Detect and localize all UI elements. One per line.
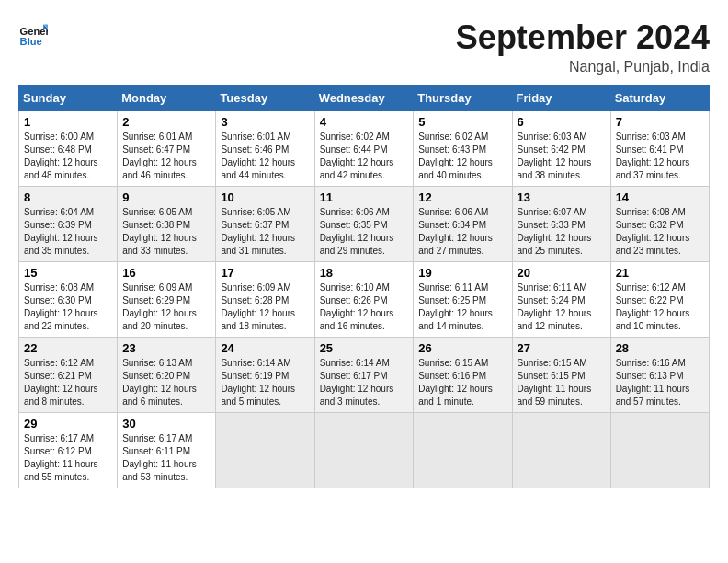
day-info: Sunrise: 6:12 AMSunset: 6:21 PMDaylight:… [24,357,112,408]
table-row: 25Sunrise: 6:14 AMSunset: 6:17 PMDayligh… [314,338,414,413]
table-row: 2Sunrise: 6:01 AMSunset: 6:47 PMDaylight… [118,111,216,187]
day-number: 20 [518,266,606,280]
table-row: 8Sunrise: 6:04 AMSunset: 6:39 PMDaylight… [19,187,118,262]
table-row: 30Sunrise: 6:17 AMSunset: 6:11 PMDayligh… [118,413,216,488]
day-number: 25 [320,341,409,355]
table-row: 26Sunrise: 6:15 AMSunset: 6:16 PMDayligh… [414,338,512,413]
table-row: 6Sunrise: 6:03 AMSunset: 6:42 PMDaylight… [512,111,610,187]
col-monday: Monday [118,86,216,111]
table-row: 28Sunrise: 6:16 AMSunset: 6:13 PMDayligh… [610,338,709,413]
day-number: 19 [418,266,506,280]
day-info: Sunrise: 6:11 AMSunset: 6:25 PMDaylight:… [418,282,506,333]
day-info: Sunrise: 6:06 AMSunset: 6:35 PMDaylight:… [320,206,409,258]
table-row: 11Sunrise: 6:06 AMSunset: 6:35 PMDayligh… [314,187,414,262]
calendar-row: 8Sunrise: 6:04 AMSunset: 6:39 PMDaylight… [19,187,710,262]
header-row: Sunday Monday Tuesday Wednesday Thursday… [19,86,710,111]
day-number: 17 [221,266,309,280]
day-info: Sunrise: 6:01 AMSunset: 6:46 PMDaylight:… [221,131,309,182]
table-row: 9Sunrise: 6:05 AMSunset: 6:38 PMDaylight… [118,187,216,262]
day-info: Sunrise: 6:15 AMSunset: 6:15 PMDaylight:… [518,357,606,408]
day-info: Sunrise: 6:08 AMSunset: 6:32 PMDaylight:… [616,206,704,258]
col-friday: Friday [512,86,610,111]
table-row: 12Sunrise: 6:06 AMSunset: 6:34 PMDayligh… [414,187,512,262]
table-row: 1Sunrise: 6:00 AMSunset: 6:48 PMDaylight… [19,111,118,187]
day-info: Sunrise: 6:00 AMSunset: 6:48 PMDaylight:… [24,131,112,182]
table-row: 10Sunrise: 6:05 AMSunset: 6:37 PMDayligh… [216,187,314,262]
table-row: 18Sunrise: 6:10 AMSunset: 6:26 PMDayligh… [314,262,414,338]
day-number: 24 [221,341,309,355]
day-info: Sunrise: 6:06 AMSunset: 6:34 PMDaylight:… [418,206,506,258]
day-number: 2 [122,115,210,129]
day-info: Sunrise: 6:08 AMSunset: 6:30 PMDaylight:… [24,282,112,333]
table-row: 27Sunrise: 6:15 AMSunset: 6:15 PMDayligh… [512,338,610,413]
calendar-table: Sunday Monday Tuesday Wednesday Thursday… [18,85,710,488]
col-saturday: Saturday [610,86,709,111]
day-info: Sunrise: 6:03 AMSunset: 6:41 PMDaylight:… [616,131,704,182]
table-row: 22Sunrise: 6:12 AMSunset: 6:21 PMDayligh… [19,338,118,413]
day-info: Sunrise: 6:05 AMSunset: 6:37 PMDaylight:… [221,206,309,258]
day-number: 8 [24,190,112,204]
day-number: 21 [616,266,704,280]
calendar-row: 22Sunrise: 6:12 AMSunset: 6:21 PMDayligh… [19,338,710,413]
table-row: 20Sunrise: 6:11 AMSunset: 6:24 PMDayligh… [512,262,610,338]
day-number: 29 [24,417,112,431]
day-info: Sunrise: 6:03 AMSunset: 6:42 PMDaylight:… [518,131,606,182]
day-info: Sunrise: 6:17 AMSunset: 6:11 PMDaylight:… [122,432,210,484]
calendar-row: 29Sunrise: 6:17 AMSunset: 6:12 PMDayligh… [19,413,710,488]
day-info: Sunrise: 6:04 AMSunset: 6:39 PMDaylight:… [24,206,112,258]
table-row: 5Sunrise: 6:02 AMSunset: 6:43 PMDaylight… [414,111,512,187]
day-number: 15 [24,266,112,280]
table-row: 24Sunrise: 6:14 AMSunset: 6:19 PMDayligh… [216,338,314,413]
day-info: Sunrise: 6:09 AMSunset: 6:29 PMDaylight:… [122,282,210,333]
logo-icon: General Blue [18,18,48,48]
day-info: Sunrise: 6:12 AMSunset: 6:22 PMDaylight:… [616,282,704,333]
day-info: Sunrise: 6:15 AMSunset: 6:16 PMDaylight:… [418,357,506,408]
day-number: 7 [616,115,704,129]
col-wednesday: Wednesday [314,86,414,111]
day-info: Sunrise: 6:17 AMSunset: 6:12 PMDaylight:… [24,432,112,484]
table-row: 19Sunrise: 6:11 AMSunset: 6:25 PMDayligh… [414,262,512,338]
table-row: 17Sunrise: 6:09 AMSunset: 6:28 PMDayligh… [216,262,314,338]
svg-text:Blue: Blue [20,36,42,47]
calendar-row: 1Sunrise: 6:00 AMSunset: 6:48 PMDaylight… [19,111,710,187]
calendar-row: 15Sunrise: 6:08 AMSunset: 6:30 PMDayligh… [19,262,710,338]
day-number: 13 [518,190,606,204]
day-info: Sunrise: 6:05 AMSunset: 6:38 PMDaylight:… [122,206,210,258]
day-number: 22 [24,341,112,355]
day-number: 30 [122,417,210,431]
location-title: Nangal, Punjab, India [456,59,710,75]
day-number: 1 [24,115,112,129]
day-number: 10 [221,190,309,204]
day-info: Sunrise: 6:02 AMSunset: 6:43 PMDaylight:… [418,131,506,182]
day-number: 4 [320,115,409,129]
table-row: 14Sunrise: 6:08 AMSunset: 6:32 PMDayligh… [610,187,709,262]
table-row: 4Sunrise: 6:02 AMSunset: 6:44 PMDaylight… [314,111,414,187]
day-info: Sunrise: 6:07 AMSunset: 6:33 PMDaylight:… [518,206,606,258]
day-number: 28 [616,341,704,355]
col-tuesday: Tuesday [216,86,314,111]
day-info: Sunrise: 6:02 AMSunset: 6:44 PMDaylight:… [320,131,409,182]
day-info: Sunrise: 6:16 AMSunset: 6:13 PMDaylight:… [616,357,704,408]
table-row: 29Sunrise: 6:17 AMSunset: 6:12 PMDayligh… [19,413,118,488]
day-info: Sunrise: 6:11 AMSunset: 6:24 PMDaylight:… [518,282,606,333]
day-number: 9 [122,190,210,204]
title-area: September 2024 Nangal, Punjab, India [456,18,710,75]
day-info: Sunrise: 6:13 AMSunset: 6:20 PMDaylight:… [122,357,210,408]
day-number: 11 [320,190,409,204]
table-row [512,413,610,488]
day-number: 5 [418,115,506,129]
day-number: 6 [518,115,606,129]
table-row [414,413,512,488]
table-row [314,413,414,488]
day-number: 23 [122,341,210,355]
day-info: Sunrise: 6:10 AMSunset: 6:26 PMDaylight:… [320,282,409,333]
day-info: Sunrise: 6:14 AMSunset: 6:19 PMDaylight:… [221,357,309,408]
table-row: 7Sunrise: 6:03 AMSunset: 6:41 PMDaylight… [610,111,709,187]
day-number: 27 [518,341,606,355]
day-info: Sunrise: 6:14 AMSunset: 6:17 PMDaylight:… [320,357,409,408]
day-info: Sunrise: 6:09 AMSunset: 6:28 PMDaylight:… [221,282,309,333]
day-number: 18 [320,266,409,280]
table-row: 13Sunrise: 6:07 AMSunset: 6:33 PMDayligh… [512,187,610,262]
col-thursday: Thursday [414,86,512,111]
day-number: 14 [616,190,704,204]
